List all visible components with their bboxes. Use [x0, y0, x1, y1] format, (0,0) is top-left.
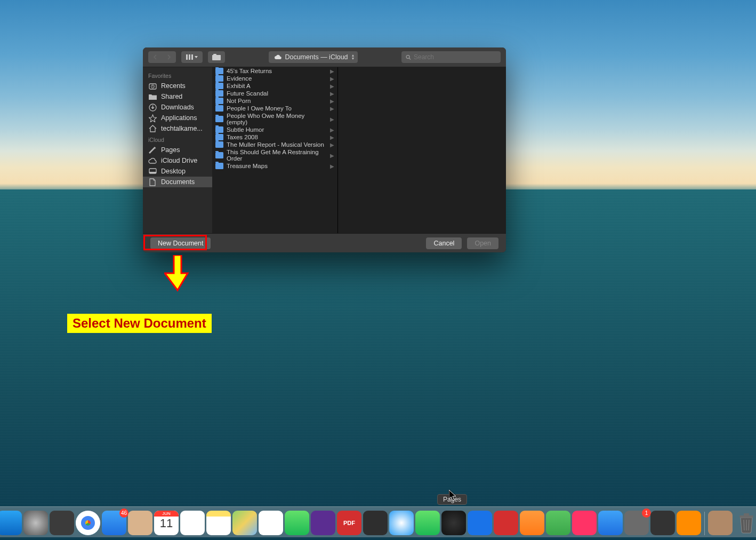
location-dropdown[interactable]: Documents — iCloud ▲▼	[269, 51, 357, 63]
file-row[interactable]: Treasure Maps▶	[212, 162, 337, 170]
dock-trash[interactable]	[734, 511, 756, 535]
dock-messages[interactable]	[415, 511, 440, 535]
file-row[interactable]: 45's Tax Returns▶	[212, 67, 337, 75]
sidebar-item-icloud-drive[interactable]: iCloud Drive	[143, 155, 212, 166]
dialog-toolbar: Documents — iCloud ▲▼	[143, 47, 506, 67]
dock-launchpad[interactable]	[23, 511, 48, 535]
sidebar-item-label: Desktop	[161, 168, 186, 175]
sidebar-item-recents[interactable]: Recents	[143, 81, 212, 91]
file-row[interactable]: This Should Get Me A Restraining Order▶	[212, 148, 337, 162]
sidebar-item-label: iCloud Drive	[161, 157, 197, 164]
dock-downloads-stack[interactable]	[708, 511, 733, 535]
dock-news[interactable]	[572, 511, 597, 535]
sidebar-item-desktop[interactable]: Desktop	[143, 166, 212, 177]
dock-safari[interactable]	[389, 511, 414, 535]
cursor	[449, 490, 457, 502]
dock-settings[interactable]: 1	[624, 511, 649, 535]
back-button[interactable]	[148, 51, 162, 63]
dock-quicktime[interactable]	[650, 511, 675, 535]
file-row[interactable]: Taxes 2008▶	[212, 133, 337, 141]
folder-icon	[215, 90, 223, 97]
sidebar-item-label: Applications	[161, 114, 197, 122]
dock-calendar[interactable]: JUN11	[154, 511, 179, 535]
dock-imovie[interactable]	[311, 511, 335, 535]
file-name: People Who Owe Me Money (empty)	[227, 113, 327, 125]
dialog-footer: New Document Cancel Open	[143, 233, 506, 252]
file-name: Treasure Maps	[227, 163, 268, 169]
file-row[interactable]: Subtle Humor▶	[212, 126, 337, 133]
file-row[interactable]: Future Scandal▶	[212, 90, 337, 97]
sidebar-item-downloads[interactable]: Downloads	[143, 102, 212, 113]
sidebar-item-label: Documents	[161, 178, 195, 186]
svg-rect-3	[212, 55, 221, 60]
dock-appstore[interactable]	[598, 511, 623, 535]
dock-notes[interactable]	[206, 511, 231, 535]
file-name: Taxes 2008	[227, 134, 258, 140]
chevron-right-icon: ▶	[330, 163, 334, 169]
annotation-arrow	[164, 255, 191, 292]
file-row[interactable]: Evidence▶	[212, 75, 337, 82]
svg-point-5	[406, 55, 409, 58]
search-icon	[406, 54, 411, 60]
dock: 46JUN11PDF1	[0, 506, 756, 537]
dock-photos[interactable]	[259, 511, 283, 535]
folder-icon	[148, 93, 157, 100]
forward-button[interactable]	[162, 51, 176, 63]
dock-reminders[interactable]	[180, 511, 205, 535]
file-column: 45's Tax Returns▶Evidence▶Exhibit A▶Futu…	[212, 67, 338, 233]
file-row[interactable]: Not Porn▶	[212, 97, 337, 105]
chevron-right-icon: ▶	[330, 142, 334, 148]
file-row[interactable]: People Who Owe Me Money (empty)▶	[212, 112, 337, 126]
dock-facetime[interactable]	[285, 511, 309, 535]
file-open-dialog: Documents — iCloud ▲▼ FavoritesRecentsSh…	[143, 47, 506, 252]
sidebar-item-documents[interactable]: Documents	[143, 177, 212, 187]
chevron-right-icon: ▶	[330, 127, 334, 133]
dock-clips[interactable]	[363, 511, 388, 535]
view-mode-button[interactable]	[181, 51, 203, 63]
dock-contacts[interactable]	[128, 511, 152, 535]
file-row[interactable]: The Muller Report - Musical Version▶	[212, 141, 337, 148]
annotation-text: Select New Document	[67, 314, 212, 333]
svg-rect-2	[191, 54, 193, 60]
cancel-button[interactable]: Cancel	[426, 237, 462, 249]
search-field[interactable]	[401, 51, 501, 63]
sidebar-item-techtalkame-[interactable]: techtalkame...	[143, 123, 212, 134]
dock-numbers[interactable]	[546, 511, 570, 535]
chevron-right-icon: ▶	[330, 83, 334, 89]
sidebar-item-label: Pages	[161, 146, 180, 154]
chevron-right-icon: ▶	[330, 153, 334, 158]
file-row[interactable]: People I Owe Money To▶	[212, 105, 337, 112]
sidebar-item-label: Downloads	[161, 104, 194, 111]
group-button[interactable]	[208, 51, 225, 63]
file-name: Subtle Humor	[227, 126, 264, 133]
sidebar-item-pages[interactable]: Pages	[143, 145, 212, 155]
sidebar-item-applications[interactable]: Applications	[143, 113, 212, 123]
dock-chrome[interactable]	[76, 511, 100, 535]
sidebar-header: iCloud	[143, 134, 212, 145]
dock-separator	[704, 512, 705, 535]
dock-finder[interactable]	[0, 511, 22, 535]
new-document-button[interactable]: New Document	[150, 237, 211, 249]
dock-mission-control[interactable]	[50, 511, 74, 535]
location-label: Documents — iCloud	[285, 53, 348, 61]
dock-maps[interactable]	[232, 511, 257, 535]
svg-rect-12	[739, 515, 753, 518]
dock-dashboard[interactable]	[441, 511, 466, 535]
sidebar-item-shared[interactable]: Shared	[143, 91, 212, 102]
file-name: Evidence	[227, 75, 252, 82]
dock-pdf[interactable]: PDF	[337, 511, 361, 535]
chevron-right-icon: ▶	[330, 98, 334, 104]
dock-1password[interactable]	[494, 511, 518, 535]
sidebar-item-label: techtalkame...	[161, 125, 203, 132]
dock-pages[interactable]	[520, 511, 544, 535]
dock-mail[interactable]: 46	[102, 511, 126, 535]
badge: 1	[642, 509, 651, 518]
search-input[interactable]	[414, 53, 496, 61]
nav-buttons	[148, 51, 176, 63]
open-button[interactable]: Open	[467, 237, 498, 249]
dock-malwarebytes[interactable]	[468, 511, 492, 535]
preview-column	[338, 67, 506, 233]
file-name: This Should Get Me A Restraining Order	[227, 149, 327, 162]
file-row[interactable]: Exhibit A▶	[212, 82, 337, 90]
dock-vlc[interactable]	[677, 511, 701, 535]
